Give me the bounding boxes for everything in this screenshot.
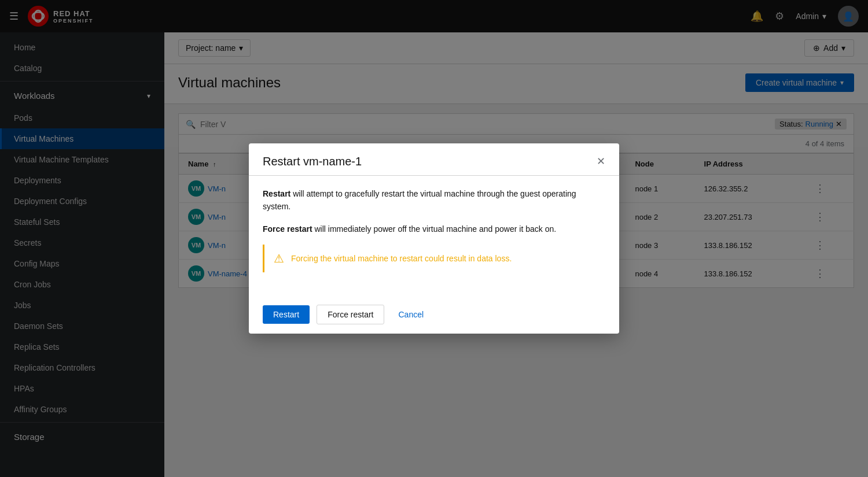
- warning-icon: ⚠: [274, 252, 284, 265]
- warning-text: Forcing the virtual machine to restart c…: [291, 254, 512, 263]
- modal-title: Restart vm-name-1: [263, 155, 362, 168]
- modal-close-button[interactable]: ✕: [597, 155, 605, 168]
- force-restart-button[interactable]: Force restart: [317, 305, 384, 324]
- modal-warning: ⚠ Forcing the virtual machine to restart…: [263, 245, 605, 272]
- modal-overlay: Restart vm-name-1 ✕ Restart will attempt…: [0, 0, 868, 477]
- modal-force-description: Force restart will immediately power off…: [263, 223, 605, 235]
- modal-body: Restart will attempt to gracefully resta…: [249, 176, 619, 295]
- cancel-button[interactable]: Cancel: [391, 305, 431, 324]
- modal-description: Restart will attempt to gracefully resta…: [263, 187, 605, 213]
- restart-modal: Restart vm-name-1 ✕ Restart will attempt…: [249, 143, 619, 334]
- modal-header: Restart vm-name-1 ✕: [249, 143, 619, 176]
- restart-button[interactable]: Restart: [263, 305, 310, 324]
- modal-footer: Restart Force restart Cancel: [249, 295, 619, 334]
